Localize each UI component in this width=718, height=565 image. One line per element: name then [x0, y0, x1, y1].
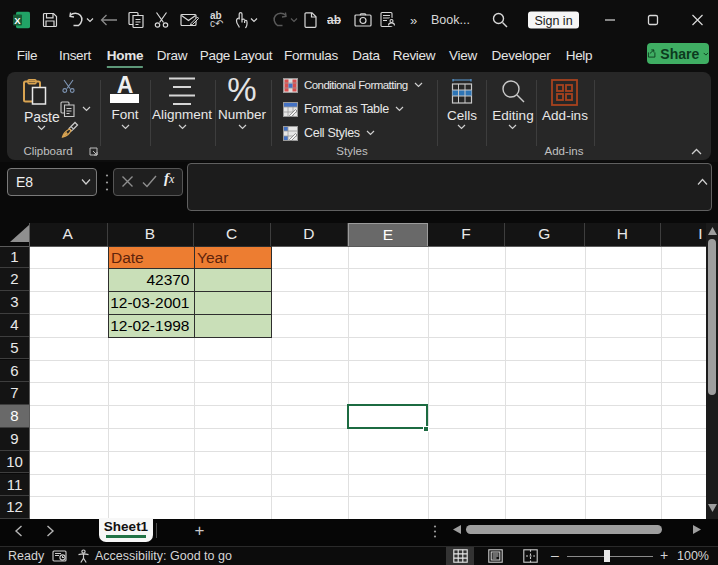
svg-text:X: X: [14, 15, 21, 26]
